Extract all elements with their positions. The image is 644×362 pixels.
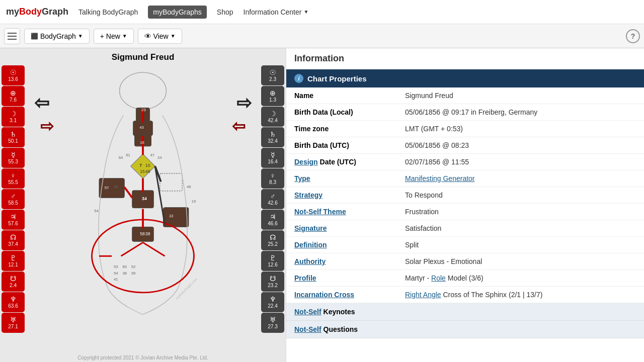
planet-btn-pluto-design[interactable]: ♇12.1: [2, 251, 25, 271]
svg-text:16: 16: [140, 140, 144, 145]
strategy-link[interactable]: Strategy: [294, 191, 323, 199]
value-birth-local: 05/06/1856 @ 09:17 in Freiberg, Germany: [397, 104, 644, 121]
incarnation-cross-link[interactable]: Incarnation Cross: [294, 291, 354, 299]
key-birth-local: Birth Data (Local): [286, 104, 397, 121]
row-definition: Definition Split: [286, 237, 644, 253]
planet-btn-sun-design[interactable]: ☉13.6: [2, 65, 25, 85]
value-not-self-theme: Frustration: [397, 204, 644, 220]
left-panel: Sigmund Freud ☉13.6 ⊕7.6 ☽3.1 ♄50.1 ☿55.…: [0, 48, 286, 362]
svg-text:47: 47: [150, 153, 155, 157]
planet-btn-earth-design[interactable]: ⊕7.6: [2, 86, 25, 106]
planet-btn-saturn-personality[interactable]: ♄32.4: [261, 127, 284, 147]
svg-text:7: 7: [139, 163, 142, 168]
planet-btn-node-personality[interactable]: ☊25.2: [261, 230, 284, 250]
value-timezone: LMT (GMT + 0:53): [397, 121, 644, 137]
svg-text:46: 46: [145, 169, 150, 174]
key-strategy: Strategy: [286, 187, 397, 204]
toolbar: ⬛ BodyGraph ▼ + New ▼ 👁 View ▼ ?: [0, 24, 644, 48]
authority-link[interactable]: Authority: [294, 257, 326, 265]
row-birth-local: Birth Data (Local) 05/06/1856 @ 09:17 in…: [286, 104, 644, 121]
nav-logo[interactable]: myBodyGraph: [6, 7, 68, 17]
value-design-date: 02/07/1856 @ 11:55: [397, 154, 644, 170]
planet-btn-node-design[interactable]: ☊37.4: [2, 230, 25, 250]
nav-mybodygraphs[interactable]: myBodyGraphs: [148, 6, 206, 19]
not-self-theme-link[interactable]: Not-Self Theme: [294, 208, 346, 216]
planet-btn-mars-personality[interactable]: ♂42.6: [261, 189, 284, 209]
svg-text:57: 57: [105, 186, 109, 190]
svg-text:19: 19: [192, 199, 196, 204]
row-authority: Authority Solar Plexus - Emotional: [286, 253, 644, 270]
view-button[interactable]: 👁 View ▼: [138, 29, 182, 44]
svg-text:10: 10: [145, 163, 150, 168]
planet-btn-jupiter-design[interactable]: ♃57.6: [2, 210, 25, 230]
not-self-keynotes-header[interactable]: Not-Self Keynotes: [286, 303, 644, 321]
planet-btn-mercury-personality[interactable]: ☿16.4: [261, 148, 284, 168]
planet-btn-jupiter-personality[interactable]: ♃46.6: [261, 210, 284, 230]
key-name: Name: [286, 87, 397, 104]
not-self-questions-link[interactable]: Not-Self: [294, 325, 321, 333]
row-not-self-theme: Not-Self Theme Frustration: [286, 204, 644, 220]
type-link[interactable]: Type: [294, 174, 310, 183]
key-not-self-theme: Not-Self Theme: [286, 204, 397, 220]
not-self-questions-header[interactable]: Not-Self Questions: [286, 321, 644, 338]
design-link[interactable]: Design: [294, 158, 318, 166]
planet-btn-venus-design[interactable]: ♀55.5: [2, 168, 25, 189]
definition-link[interactable]: Definition: [294, 241, 327, 249]
profile-link[interactable]: Profile: [294, 274, 316, 282]
planet-btn-pluto-personality[interactable]: ♇12.6: [261, 251, 284, 271]
chart-title: Sigmund Freud: [0, 48, 286, 63]
planet-btn-mars-design[interactable]: ♂58.5: [2, 189, 25, 209]
manifesting-generator-link[interactable]: Manifesting Generator: [405, 174, 475, 183]
row-strategy: Strategy To Respond: [286, 187, 644, 204]
not-self-keynotes-link[interactable]: Not-Self: [294, 308, 321, 316]
key-timezone: Time zone: [286, 121, 397, 137]
svg-text:myBodyGraph.com: myBodyGraph.com: [175, 277, 198, 301]
chart-center: ⇦ ⇨ ⇨ ⇦: [26, 63, 260, 353]
nav-information-center[interactable]: Information Center ▼: [244, 8, 309, 16]
svg-text:52: 52: [131, 265, 136, 269]
sidebar-right: ☉2.3 ⊕1.3 ☽42.4 ♄32.4 ☿16.4 ♀8.3: [260, 63, 286, 353]
planet-btn-venus-personality[interactable]: ♀8.3: [261, 168, 284, 189]
planet-btn-neptune-personality[interactable]: ♆22.4: [261, 292, 284, 312]
signature-link[interactable]: Signature: [294, 224, 327, 232]
row-profile: Profile Martyr - Role Model (3/6): [286, 270, 644, 287]
info-icon: i: [294, 74, 303, 83]
chart-properties-header[interactable]: i Chart Properties: [286, 69, 644, 87]
svg-line-20: [155, 166, 165, 225]
planet-btn-moon-design[interactable]: ☽3.1: [2, 107, 25, 127]
svg-text:38: 38: [122, 271, 127, 276]
svg-line-17: [143, 242, 165, 256]
planet-btn-uranus-personality[interactable]: ♅27.3: [261, 313, 284, 333]
planet-btn-snode-personality[interactable]: ☋23.2: [261, 272, 284, 292]
key-type: Type: [286, 170, 397, 187]
svg-text:58: 58: [140, 231, 145, 236]
nav-shop[interactable]: Shop: [217, 8, 233, 16]
main-layout: Sigmund Freud ☉13.6 ⊕7.6 ☽3.1 ♄50.1 ☿55.…: [0, 48, 644, 362]
key-incarnation-cross: Incarnation Cross: [286, 287, 397, 303]
nav-talking-bodygraph[interactable]: Talking BodyGraph: [78, 8, 138, 16]
right-panel: Information i Chart Properties Name Sigm…: [286, 48, 644, 362]
role-link[interactable]: Role: [431, 274, 446, 282]
value-incarnation-cross: Right Angle Cross of The Sphinx (2/1 | 1…: [397, 287, 644, 303]
right-angle-link[interactable]: Right Angle: [405, 291, 441, 299]
dropdown-arrow-icon: ▼: [303, 9, 308, 15]
hamburger-button[interactable]: [4, 28, 20, 44]
help-button[interactable]: ?: [626, 29, 640, 43]
planet-btn-sun-personality[interactable]: ☉2.3: [261, 65, 284, 85]
sidebar-left: ☉13.6 ⊕7.6 ☽3.1 ♄50.1 ☿55.3 ♀55.5: [0, 63, 26, 353]
value-signature: Satisfaction: [397, 220, 644, 237]
svg-text:54: 54: [114, 271, 118, 276]
planet-btn-uranus-design[interactable]: ♅27.1: [2, 313, 25, 333]
new-button[interactable]: + New ▼: [94, 29, 134, 44]
bodygraph-button[interactable]: ⬛ BodyGraph ▼: [24, 29, 90, 44]
planet-btn-snode-design[interactable]: ☋2.4: [2, 272, 25, 292]
svg-text:43: 43: [139, 125, 144, 130]
planet-btn-saturn-design[interactable]: ♄50.1: [2, 127, 25, 147]
planet-btn-earth-personality[interactable]: ⊕1.3: [261, 86, 284, 106]
planet-btn-mercury-design[interactable]: ☿55.3: [2, 148, 25, 168]
planet-btn-moon-personality[interactable]: ☽42.4: [261, 107, 284, 127]
key-design-date: Design Date (UTC): [286, 154, 397, 170]
planet-btn-neptune-design[interactable]: ♆63.6: [2, 292, 25, 312]
svg-text:48: 48: [187, 185, 191, 189]
svg-text:23: 23: [141, 108, 146, 112]
